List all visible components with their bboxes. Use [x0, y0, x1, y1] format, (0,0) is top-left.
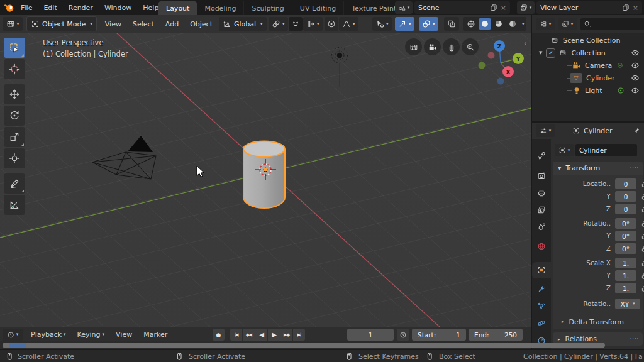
- tool-move[interactable]: [4, 84, 25, 104]
- collection-checkbox[interactable]: ✓: [546, 48, 555, 58]
- mode-dropdown[interactable]: Object Mode ▾: [26, 16, 97, 31]
- blender-logo-icon[interactable]: [4, 2, 15, 15]
- gizmo-axis-x[interactable]: X: [502, 66, 514, 77]
- tool-cursor[interactable]: [4, 59, 25, 79]
- location-x-field[interactable]: 0: [615, 178, 636, 189]
- menu-playback[interactable]: Playback▾: [25, 327, 72, 342]
- orientation-dropdown[interactable]: Global ▾: [219, 17, 267, 31]
- tab-tool[interactable]: [532, 148, 551, 164]
- rotation-x-field[interactable]: 0°: [615, 218, 636, 229]
- lock-icon[interactable]: [640, 193, 644, 200]
- tool-select-box[interactable]: [4, 38, 25, 58]
- lock-icon[interactable]: [640, 220, 644, 228]
- previous-keyframe-button[interactable]: ◆◀: [243, 329, 255, 341]
- navigation-gizmo[interactable]: Z Y X: [474, 35, 527, 88]
- new-view-layer-icon[interactable]: [622, 4, 630, 11]
- tab-modifiers[interactable]: [532, 281, 551, 297]
- expand-icon[interactable]: ▼: [539, 50, 542, 55]
- timeline-scrollbar[interactable]: [3, 343, 605, 348]
- menu-view[interactable]: View: [99, 15, 127, 33]
- hide-eye-icon[interactable]: [631, 61, 640, 70]
- timeline-editor-type-button[interactable]: ▾: [3, 329, 23, 341]
- scale-x-field[interactable]: 1.: [615, 258, 636, 268]
- play-reverse-button[interactable]: ◀: [255, 329, 267, 341]
- location-y-field[interactable]: 0: [615, 191, 636, 202]
- lock-icon[interactable]: [640, 245, 644, 253]
- current-frame-field[interactable]: 1: [347, 329, 394, 341]
- play-button[interactable]: ▶: [268, 329, 280, 341]
- tab-physics[interactable]: [532, 315, 551, 331]
- menu-keying[interactable]: Keying▾: [72, 327, 110, 342]
- tab-view-layer[interactable]: [532, 202, 551, 218]
- viewport-3d[interactable]: User Perspective (1) Collection | Cylind…: [0, 33, 531, 327]
- new-scene-icon[interactable]: [490, 4, 497, 11]
- rotation-z-field[interactable]: 0°: [615, 243, 636, 254]
- overlays-dropdown[interactable]: ▾: [419, 17, 438, 31]
- outliner-row-collection[interactable]: ▼ ✓ Collection: [532, 47, 644, 59]
- outliner-row-cylinder[interactable]: ▽ Cylinder: [532, 72, 644, 84]
- cylinder-object[interactable]: [243, 141, 285, 209]
- show-gizmo-dropdown[interactable]: ▾: [395, 17, 414, 31]
- editor-type-button[interactable]: ▾: [3, 17, 23, 31]
- menu-file[interactable]: File: [15, 0, 38, 15]
- lock-icon[interactable]: [640, 260, 644, 267]
- location-z-field[interactable]: 0: [615, 204, 636, 214]
- lock-icon[interactable]: [640, 180, 644, 188]
- pan-view-button[interactable]: [443, 38, 460, 55]
- tab-world[interactable]: [532, 238, 551, 255]
- object-visibility-dropdown[interactable]: ▾: [372, 17, 392, 31]
- light-object[interactable]: [332, 48, 348, 87]
- lock-icon[interactable]: [640, 206, 644, 213]
- menu-edit[interactable]: Edit: [38, 0, 62, 15]
- tool-rotate[interactable]: [4, 106, 25, 126]
- tab-render[interactable]: [532, 168, 551, 184]
- outliner-filter-dropdown[interactable]: ▾: [536, 18, 555, 30]
- outliner-search-input[interactable]: [594, 19, 634, 28]
- region-collapse-icon[interactable]: ‹: [524, 39, 527, 48]
- scale-z-field[interactable]: 1.: [615, 283, 636, 293]
- timeline-playhead-region[interactable]: [9, 343, 26, 348]
- menu-marker[interactable]: Marker: [138, 327, 173, 342]
- frame-end-field[interactable]: End: 250: [469, 329, 523, 341]
- delta-transform-section[interactable]: ▸ Delta Transform: [553, 315, 643, 328]
- scene-browse-button[interactable]: ▾: [395, 1, 413, 14]
- hide-eye-icon[interactable]: [631, 74, 640, 82]
- outliner-row-light[interactable]: Light: [532, 84, 644, 97]
- shading-rendered-button[interactable]: [506, 18, 519, 30]
- proportional-edit-button[interactable]: [325, 17, 338, 31]
- tab-particles[interactable]: [532, 298, 551, 314]
- tab-scene[interactable]: [532, 219, 551, 235]
- scene-name-field[interactable]: Scene ×: [414, 1, 510, 14]
- view-layer-browse-button[interactable]: ▾: [517, 1, 535, 14]
- tool-scale[interactable]: [4, 127, 25, 147]
- menu-window[interactable]: Window: [99, 0, 137, 15]
- shading-solid-button[interactable]: [479, 18, 491, 30]
- rotation-y-field[interactable]: 0°: [615, 231, 636, 241]
- tab-sculpting[interactable]: Sculpting: [244, 1, 292, 15]
- unlink-scene-icon[interactable]: ×: [501, 4, 506, 12]
- outliner-row-scene-collection[interactable]: Scene Collection: [532, 34, 644, 47]
- lock-icon[interactable]: [640, 233, 644, 240]
- camera-view-button[interactable]: [424, 38, 441, 55]
- hide-eye-icon[interactable]: [631, 86, 640, 95]
- tool-transform[interactable]: [4, 148, 25, 168]
- shading-material-button[interactable]: [492, 18, 505, 30]
- proportional-falloff-dropdown[interactable]: ▾: [339, 17, 358, 31]
- auto-keying-button[interactable]: ●: [213, 329, 225, 341]
- tool-annotate[interactable]: [4, 173, 25, 194]
- menu-timeline-view[interactable]: View: [110, 327, 138, 342]
- xray-toggle-button[interactable]: [444, 17, 459, 31]
- use-preview-range-button[interactable]: [397, 329, 409, 341]
- menu-select[interactable]: Select: [127, 15, 160, 33]
- scale-y-field[interactable]: 1.: [615, 270, 636, 281]
- snap-settings-dropdown[interactable]: ▾: [303, 17, 323, 31]
- panel-drag-dots[interactable]: ····: [630, 165, 639, 171]
- gizmo-axis-z[interactable]: Z: [494, 40, 505, 52]
- properties-editor-type-button[interactable]: ▾: [536, 124, 555, 137]
- menu-add[interactable]: Add: [160, 15, 184, 33]
- jump-to-end-button[interactable]: ▶|: [293, 329, 305, 341]
- outliner-search[interactable]: [580, 18, 644, 30]
- tool-measure[interactable]: [4, 195, 25, 215]
- pin-icon[interactable]: [633, 127, 640, 134]
- jump-to-start-button[interactable]: |◀: [230, 329, 242, 341]
